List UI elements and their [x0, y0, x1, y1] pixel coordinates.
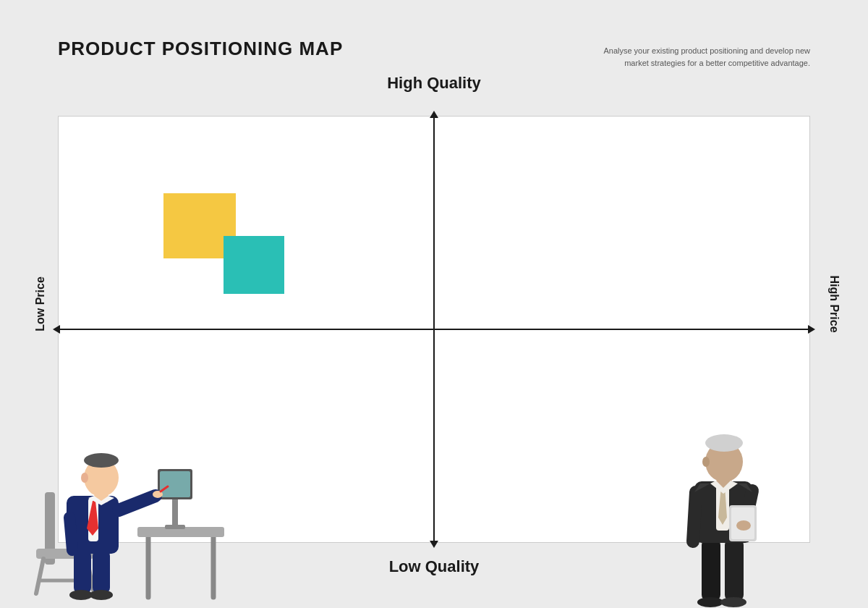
svg-point-41	[705, 434, 743, 452]
svg-rect-12	[74, 550, 91, 594]
person-standing-illustration	[665, 384, 781, 608]
page-container: PRODUCT POSITIONING MAP Analyse your exi…	[0, 0, 868, 608]
label-high-price: High Price	[827, 275, 840, 332]
svg-point-25	[81, 473, 88, 483]
svg-rect-13	[93, 550, 110, 594]
svg-point-30	[697, 597, 723, 607]
svg-point-14	[69, 590, 93, 600]
vertical-axis	[433, 117, 435, 542]
svg-rect-28	[702, 539, 720, 601]
svg-point-24	[84, 453, 119, 468]
svg-rect-29	[725, 539, 744, 601]
label-low-price: Low Price	[34, 276, 47, 332]
svg-line-2	[36, 559, 43, 594]
svg-line-22	[69, 518, 72, 550]
product-box-teal[interactable]	[224, 236, 284, 294]
page-title: PRODUCT POSITIONING MAP	[58, 38, 343, 60]
svg-line-19	[119, 496, 156, 510]
svg-rect-8	[172, 498, 178, 527]
page-description: Analyse your existing product positionin…	[593, 45, 810, 69]
svg-line-35	[693, 492, 696, 541]
svg-point-39	[736, 520, 751, 531]
svg-point-15	[90, 590, 113, 600]
label-high-quality: High Quality	[387, 74, 481, 93]
svg-point-42	[702, 457, 710, 467]
label-low-quality: Low Quality	[389, 557, 480, 576]
svg-rect-11	[160, 471, 190, 497]
person-sitting-illustration	[29, 384, 231, 608]
svg-point-31	[720, 597, 746, 607]
svg-rect-9	[165, 525, 185, 529]
